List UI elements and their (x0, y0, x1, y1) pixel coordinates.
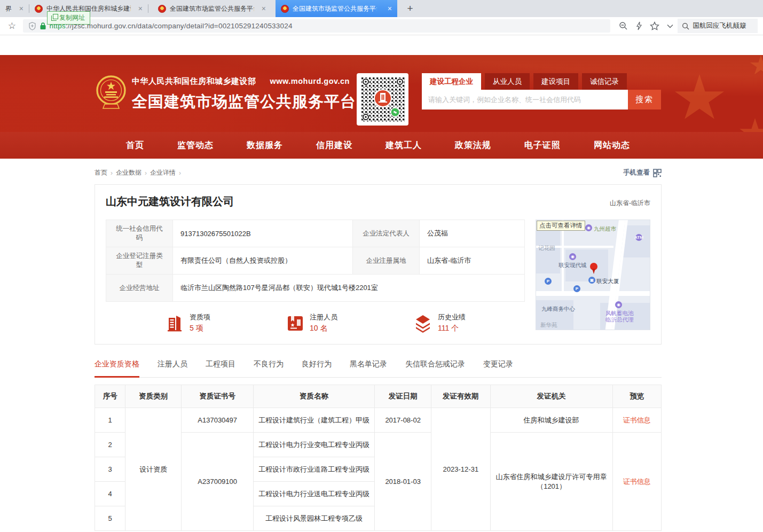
ministry-name: 中华人民共和国住房和城乡建设部 (132, 76, 256, 87)
browser-tab-active[interactable]: 全国建筑市场监管公共服务平台 × (276, 0, 397, 17)
tab-close-icon[interactable]: × (19, 4, 23, 13)
lightning-icon[interactable] (635, 21, 642, 30)
nav-item-e-license[interactable]: 电子证照 (524, 140, 561, 151)
company-info-table: 统一社会信用代码 91371302675501022B 企业法定代表人 公茂福 … (106, 220, 525, 302)
search-tab-credit[interactable]: 诚信记录 (582, 73, 627, 90)
hot-search-text: 国航回应飞机颠簸 (693, 21, 746, 30)
site-title: 全国建筑市场监管公共服务平台 (132, 91, 356, 113)
col-header-authority: 发证机关 (490, 385, 612, 408)
stat-history-performance[interactable]: 历史业绩 111 个 (413, 312, 466, 333)
emblem-favicon-icon (35, 5, 43, 13)
white-gap (0, 35, 763, 55)
nav-item-workers[interactable]: 建筑工人 (386, 140, 422, 151)
reg-type-value: 有限责任公司（自然人投资或控股） (173, 247, 353, 275)
zoom-out-icon[interactable] (619, 21, 628, 30)
breadcrumb-home[interactable]: 首页 (95, 168, 107, 177)
stat-registered-personnel[interactable]: 注册人员 10 名 (286, 312, 337, 333)
tab-dishonesty[interactable]: 失信联合惩戒记录 (405, 359, 465, 377)
poi-label: 九州超市 (594, 225, 616, 233)
map-tooltip: 点击可查看详情 (537, 221, 585, 231)
qualification-building-icon (165, 314, 184, 333)
field-label: 企业经营地址 (106, 275, 173, 302)
performance-layers-icon (413, 314, 432, 333)
cell-no: 5 (95, 506, 125, 531)
poi-pin-icon: ◉ (615, 301, 622, 308)
copy-url-tooltip: 复制网址 (47, 11, 90, 25)
tab-close-icon[interactable]: × (138, 4, 143, 13)
keyword-search-input[interactable] (422, 90, 628, 109)
col-header-issue-date: 发证日期 (375, 385, 431, 408)
breadcrumb-company-detail[interactable]: 企业详情 (150, 168, 176, 177)
stat-value: 10 名 (310, 324, 337, 333)
shield-plus-icon[interactable] (28, 22, 36, 30)
poi-pin-icon: ◉ (569, 253, 576, 260)
cell-name: 工程设计风景园林工程专项乙级 (254, 506, 375, 531)
nav-item-site-news[interactable]: 网站动态 (594, 140, 630, 151)
tab-qualifications[interactable]: 企业资质资格 (95, 359, 139, 378)
company-region: 山东省-临沂市 (610, 199, 650, 208)
tab-projects[interactable]: 工程项目 (206, 359, 235, 377)
parking-icon: P (545, 278, 552, 285)
nav-item-credit[interactable]: 信用建设 (316, 140, 352, 151)
bookmark-star-icon[interactable]: ☆ (5, 20, 19, 32)
search-button[interactable]: 搜索 (628, 90, 661, 109)
chevron-down-icon[interactable] (667, 24, 673, 28)
stat-label: 注册人员 (310, 312, 337, 322)
new-tab-button[interactable]: + (403, 0, 418, 17)
url-rest: ://jzsc.mohurd.gov.cn/data/company/detai… (66, 22, 293, 30)
certificate-info-link[interactable]: 证书信息 (623, 416, 651, 424)
legal-rep-value: 公茂福 (420, 220, 525, 247)
authority-line2: （1201） (495, 482, 608, 491)
nav-item-home[interactable]: 首页 (126, 140, 144, 151)
browser-tab-partial[interactable]: 界 × (0, 0, 29, 17)
credit-code-value: 91371302675501022B (173, 220, 353, 247)
col-header-name: 资质名称 (254, 385, 375, 408)
tab-registered-personnel[interactable]: 注册人员 (158, 359, 187, 377)
search-tab-project[interactable]: 建设项目 (533, 73, 578, 90)
location-map[interactable]: 点击可查看详情 ◉ 九州超市 ATM (536, 220, 650, 330)
tab-good-behavior[interactable]: 良好行为 (302, 359, 332, 377)
browser-tab-bar: 界 × 中华人民共和国住房和城乡建设 × 全国建筑市场监管公共服务平台 × 全国… (0, 0, 763, 17)
nav-item-supervision[interactable]: 监管动态 (177, 140, 214, 151)
map-road (562, 220, 564, 292)
tab-bad-behavior[interactable]: 不良行为 (254, 359, 284, 377)
tab-title: 界 (5, 4, 12, 13)
search-tab-personnel[interactable]: 从业人员 (485, 73, 530, 90)
tab-change-records[interactable]: 变更记录 (483, 359, 513, 377)
breadcrumb-company-data[interactable]: 企业数据 (116, 168, 141, 177)
stat-qualifications[interactable]: 资质项 5 项 (165, 312, 210, 333)
url-field[interactable]: https://jzsc.mohurd.gov.cn/data/company/… (23, 19, 610, 33)
cell-authority: 住房和城乡建设部 (490, 408, 612, 433)
field-label: 统一社会信用代码 (106, 220, 173, 247)
breadcrumb-separator: › (179, 169, 181, 177)
cell-name: 工程设计电力行业变电工程专业丙级 (254, 433, 375, 457)
stat-value: 111 个 (438, 324, 466, 333)
nav-item-policy[interactable]: 政策法规 (455, 140, 491, 151)
mobile-view-link[interactable]: 手机查看 (623, 168, 662, 177)
address-bar-actions (619, 21, 673, 30)
flag-star-decoration (750, 55, 763, 76)
stat-label: 历史业绩 (438, 312, 466, 322)
breadcrumb-separator: › (111, 169, 113, 177)
nav-item-data-service[interactable]: 数据服务 (247, 140, 283, 151)
search-icon (682, 22, 689, 30)
stat-label: 资质项 (190, 312, 210, 322)
certificate-info-link[interactable]: 证书信息 (623, 478, 651, 486)
tab-title: 全国建筑市场监管公共服务平台 (293, 4, 377, 13)
cell-preview: 证书信息 (612, 408, 661, 433)
browser-address-bar: ☆ https://jzsc.mohurd.gov.cn/data/compan… (0, 17, 763, 35)
cell-authority: 山东省住房和城乡建设厅许可专用章 （1201） (490, 433, 612, 531)
header-search-module: 建设工程企业 从业人员 建设项目 诚信记录 搜索 (422, 73, 661, 109)
col-header-valid-until: 发证有效期 (431, 385, 490, 408)
browser-tab-jzsc[interactable]: 全国建筑市场监管公共服务平台 × (153, 0, 271, 17)
tab-close-icon[interactable]: × (262, 4, 266, 13)
hot-search-box[interactable]: 国航回应飞机颠簸 (678, 19, 758, 33)
cell-no: 3 (95, 457, 125, 482)
tab-blacklist[interactable]: 黑名单记录 (350, 359, 387, 377)
tab-close-icon[interactable]: × (388, 4, 392, 13)
search-tab-enterprise[interactable]: 建设工程企业 (422, 73, 481, 90)
cell-no: 2 (95, 433, 125, 457)
favorite-star-icon[interactable] (650, 21, 659, 30)
page-content: 首页 › 企业数据 › 企业详情 › 手机查看 山东中元建筑设计有限公司 山东省… (95, 168, 662, 531)
cell-issue-date: 2017-08-02 (375, 408, 431, 433)
